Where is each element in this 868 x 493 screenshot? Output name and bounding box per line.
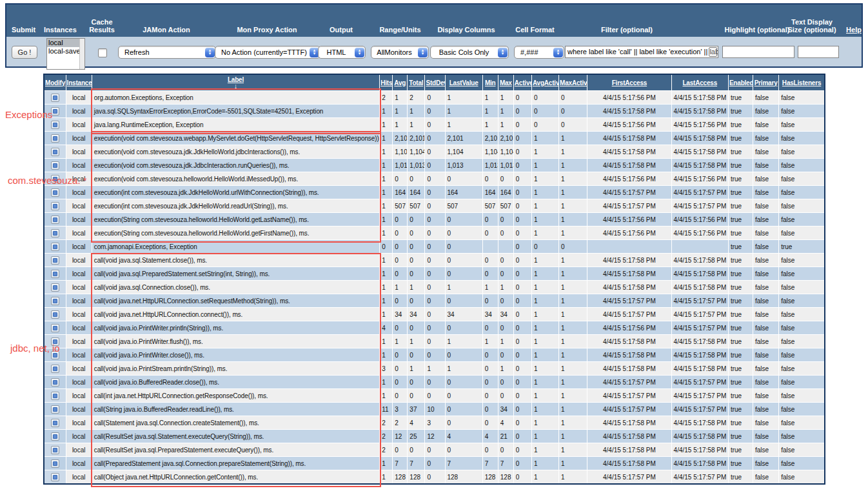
cell-min: 0 [482, 294, 498, 308]
cell-min [482, 240, 498, 254]
modify-checkbox[interactable] [51, 107, 59, 116]
column-header-modify[interactable]: Modify [44, 74, 66, 91]
cell-total: 1 [408, 335, 425, 348]
modify-checkbox[interactable] [51, 256, 59, 265]
cell-avgactive: 1 [531, 294, 558, 308]
column-header-label[interactable]: Label↓ [92, 74, 379, 91]
cell-firstaccess: 4/4/15 5:17:56 PM [587, 172, 671, 186]
mon-proxy-action-select[interactable]: No Action (currently=TTTF) ▲▼ [215, 46, 321, 59]
modify-checkbox[interactable] [51, 446, 59, 454]
range-units-select[interactable]: AllMonitors ▲▼ [371, 46, 429, 59]
column-header-avg[interactable]: Avg [393, 74, 408, 91]
instance-cell: local [66, 376, 92, 389]
modify-checkbox[interactable] [51, 202, 59, 210]
cell-maxactive: 1 [559, 321, 587, 335]
text-size-input[interactable] [798, 46, 839, 58]
filter-input[interactable]: where label like 'call' || label like 'e… [565, 46, 718, 58]
cell-maxactive: 1 [559, 430, 587, 443]
cell-hits: 1 [380, 118, 393, 132]
modify-checkbox[interactable] [51, 351, 59, 359]
modify-checkbox[interactable] [51, 473, 59, 481]
modify-checkbox[interactable] [51, 365, 59, 373]
table-row: local call(ResultSet java.sql.Statement.… [44, 430, 825, 443]
help-link[interactable]: Help [843, 26, 864, 34]
go-button[interactable]: Go ! [12, 46, 37, 59]
cell-stddev: 0 [425, 199, 445, 213]
modify-checkbox[interactable] [51, 270, 59, 278]
cell-firstaccess: 4/4/15 5:17:58 PM [587, 281, 671, 294]
modify-checkbox[interactable] [51, 405, 59, 414]
text-caret [709, 47, 717, 57]
column-header-firstaccess[interactable]: FirstAccess [587, 74, 671, 91]
cell-primary: false [753, 308, 779, 321]
modify-checkbox[interactable] [51, 310, 59, 319]
column-header-max[interactable]: Max [498, 74, 513, 91]
modify-checkbox[interactable] [51, 216, 59, 224]
cell-haslisteners: false [779, 118, 825, 132]
cache-results-checkbox[interactable] [98, 48, 107, 57]
modify-checkbox[interactable] [51, 419, 59, 427]
output-select[interactable]: HTML ▲▼ [318, 46, 366, 59]
modify-checkbox[interactable] [51, 175, 59, 183]
modify-checkbox[interactable] [51, 121, 59, 129]
cell-hits: 1 [380, 213, 393, 226]
instances-listbox[interactable]: locallocal-saved [46, 38, 85, 70]
modify-checkbox[interactable] [51, 283, 59, 292]
cell-min: 128 [482, 470, 498, 485]
cell-min: 0 [482, 389, 498, 403]
cell-active: 0 [513, 186, 531, 199]
instance-cell: local [66, 159, 92, 172]
modify-checkbox[interactable] [51, 378, 59, 387]
display-columns-select[interactable]: Basic Cols Only ▲▼ [430, 46, 509, 59]
label-cell: execution(int com.stevesouza.jdk.JdkHell… [92, 199, 379, 213]
modify-checkbox[interactable] [51, 161, 59, 170]
modify-checkbox[interactable] [51, 324, 59, 332]
cell-haslisteners: false [779, 348, 825, 362]
modify-checkbox[interactable] [51, 94, 59, 102]
modify-checkbox[interactable] [51, 243, 59, 251]
cell-format-select[interactable]: #,### ▲▼ [514, 46, 564, 59]
column-header-primary[interactable]: Primary [753, 74, 779, 91]
column-header-avgactive[interactable]: AvgActive [531, 74, 558, 91]
cell-haslisteners: false [779, 416, 825, 430]
cell-max: 1,013 [498, 159, 513, 172]
column-header-stddev[interactable]: StdDev [425, 74, 445, 91]
modify-cell [44, 470, 66, 485]
column-header-total[interactable]: Total [408, 74, 425, 91]
modify-checkbox[interactable] [51, 392, 59, 400]
modify-checkbox[interactable] [51, 459, 59, 468]
column-header-hits[interactable]: Hits [380, 74, 393, 91]
modify-checkbox[interactable] [51, 229, 59, 237]
cell-enabled: true [728, 159, 753, 172]
column-header-lastvalue[interactable]: LastValue [445, 74, 482, 91]
cell-hits: 1 [380, 389, 393, 403]
modify-checkbox[interactable] [51, 134, 59, 143]
cell-hits: 11 [380, 403, 393, 416]
column-header-instance[interactable]: Instance [66, 74, 92, 91]
instances-option[interactable]: local-saved [47, 47, 80, 55]
highlight-input[interactable] [722, 46, 794, 58]
listbox-scrollbar[interactable] [79, 39, 84, 69]
cell-stddev: 0 [425, 376, 445, 389]
cell-stddev: 3 [425, 416, 445, 430]
column-header-maxactive[interactable]: MaxActive [559, 74, 587, 91]
modify-checkbox[interactable] [51, 432, 59, 441]
cell-enabled: true [728, 213, 753, 226]
modify-checkbox[interactable] [51, 297, 59, 305]
cell-active: 0 [513, 443, 531, 457]
display-columns-header: Display Columns [427, 26, 506, 34]
cell-stddev: 0 [425, 226, 445, 240]
instances-option[interactable]: local [47, 39, 80, 47]
modify-cell [44, 226, 66, 240]
modify-checkbox[interactable] [51, 337, 59, 346]
jamon-action-select[interactable]: Refresh ▲▼ [118, 46, 216, 59]
modify-checkbox[interactable] [51, 188, 59, 197]
column-header-active[interactable]: Active [513, 74, 531, 91]
column-header-enabled[interactable]: Enabled [728, 74, 753, 91]
cell-stddev: 0 [425, 470, 445, 485]
modify-checkbox[interactable] [51, 148, 59, 156]
column-header-lastaccess[interactable]: LastAccess [671, 74, 728, 91]
column-header-min[interactable]: Min [482, 74, 498, 91]
label-cell: call(void java.io.PrintWriter.println(St… [92, 321, 379, 335]
column-header-haslisteners[interactable]: HasListeners [779, 74, 825, 91]
